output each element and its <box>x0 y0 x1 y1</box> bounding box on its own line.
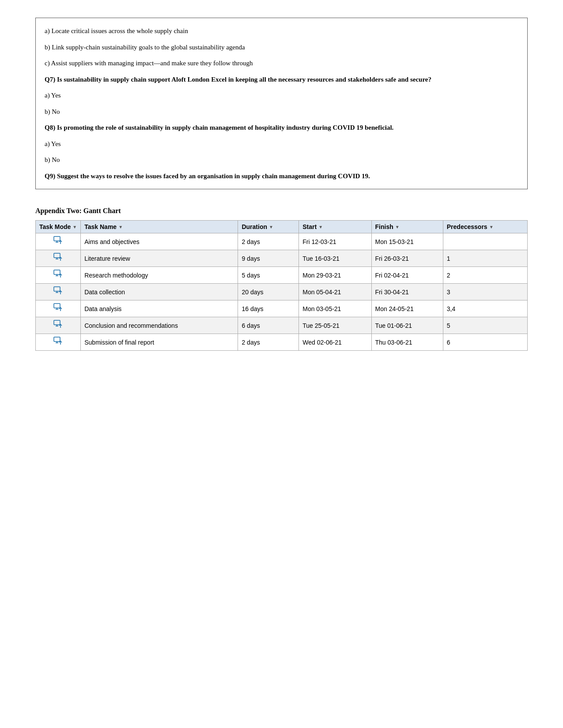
table-row: Literature review9 daysTue 16-03-21Fri 2… <box>36 250 528 267</box>
task-mode-icon <box>53 270 63 281</box>
col-duration[interactable]: Duration ▼ <box>238 221 299 233</box>
q8-option-b: b) No <box>45 155 518 165</box>
start-cell: Tue 25-05-21 <box>299 317 371 334</box>
finish-cell: Mon 15-03-21 <box>371 233 443 250</box>
finish-cell: Fri 02-04-21 <box>371 267 443 284</box>
start-cell: Wed 02-06-21 <box>299 334 371 351</box>
col-finish[interactable]: Finish ▼ <box>371 221 443 233</box>
task-mode-icon <box>53 286 63 297</box>
predecessors-cell <box>443 233 527 250</box>
predecessors-cell: 5 <box>443 317 527 334</box>
svg-rect-4 <box>54 253 60 258</box>
table-row: Data analysis16 daysMon 03-05-21Mon 24-0… <box>36 300 528 317</box>
q7-option-a: a) Yes <box>45 90 518 101</box>
task-name-cell: Aims and objectives <box>81 233 238 250</box>
start-cell: Mon 29-03-21 <box>299 267 371 284</box>
line-2: b) Link supply-chain sustainability goal… <box>45 42 518 53</box>
task-mode-cell <box>36 334 81 351</box>
table-row: Submission of final report2 daysWed 02-0… <box>36 334 528 351</box>
svg-rect-8 <box>54 270 60 274</box>
duration-cell: 9 days <box>238 250 299 267</box>
sort-arrow-start: ▼ <box>318 225 323 229</box>
sort-arrow-task-mode: ▼ <box>72 225 77 229</box>
question-8: Q8) Is promoting the role of sustainabil… <box>45 123 518 133</box>
q8-option-a: a) Yes <box>45 139 518 149</box>
task-name-cell: Literature review <box>81 250 238 267</box>
predecessors-cell: 1 <box>443 250 527 267</box>
task-name-cell: Data analysis <box>81 300 238 317</box>
task-name-cell: Data collection <box>81 284 238 300</box>
col-start[interactable]: Start ▼ <box>299 221 371 233</box>
q7-option-b: b) No <box>45 107 518 117</box>
start-cell: Tue 16-03-21 <box>299 250 371 267</box>
sort-arrow-predecessors: ▼ <box>489 225 494 229</box>
task-mode-cell <box>36 317 81 334</box>
task-mode-icon <box>53 303 63 314</box>
table-row: Aims and objectives2 daysFri 12-03-21Mon… <box>36 233 528 250</box>
col-task-name[interactable]: Task Name ▼ <box>81 221 238 233</box>
svg-rect-12 <box>54 287 60 291</box>
task-mode-cell <box>36 233 81 250</box>
duration-cell: 20 days <box>238 284 299 300</box>
predecessors-cell: 6 <box>443 334 527 351</box>
task-mode-cell <box>36 300 81 317</box>
duration-cell: 2 days <box>238 334 299 351</box>
gantt-table: Task Mode ▼ Task Name ▼ Duration ▼ Start <box>35 220 528 351</box>
task-mode-cell <box>36 284 81 300</box>
finish-cell: Mon 24-05-21 <box>371 300 443 317</box>
task-mode-icon <box>53 253 63 264</box>
question-9: Q9) Suggest the ways to resolve the issu… <box>45 171 518 181</box>
svg-rect-0 <box>54 236 60 241</box>
task-mode-icon <box>53 337 63 348</box>
sort-arrow-duration: ▼ <box>269 225 273 229</box>
sort-arrow-task-name: ▼ <box>118 225 123 229</box>
col-predecessors[interactable]: Predecessors ▼ <box>443 221 527 233</box>
table-row: Data collection20 daysMon 05-04-21Fri 30… <box>36 284 528 300</box>
finish-cell: Tue 01-06-21 <box>371 317 443 334</box>
svg-rect-16 <box>54 304 60 308</box>
table-row: Conclusion and recommendations6 daysTue … <box>36 317 528 334</box>
task-mode-cell <box>36 267 81 284</box>
question-7: Q7) Is sustainability in supply chain su… <box>45 75 518 85</box>
line-3: c) Assist suppliers with managing impact… <box>45 58 518 68</box>
finish-cell: Thu 03-06-21 <box>371 334 443 351</box>
task-mode-icon <box>53 236 63 247</box>
table-row: Research methodology5 daysMon 29-03-21Fr… <box>36 267 528 284</box>
predecessors-cell: 3 <box>443 284 527 300</box>
task-mode-icon <box>53 320 63 331</box>
duration-cell: 6 days <box>238 317 299 334</box>
sort-arrow-finish: ▼ <box>395 225 400 229</box>
duration-cell: 5 days <box>238 267 299 284</box>
start-cell: Mon 03-05-21 <box>299 300 371 317</box>
duration-cell: 2 days <box>238 233 299 250</box>
appendix-title: Appendix Two: Gantt Chart <box>35 207 528 215</box>
duration-cell: 16 days <box>238 300 299 317</box>
svg-rect-24 <box>54 337 60 341</box>
start-cell: Fri 12-03-21 <box>299 233 371 250</box>
start-cell: Mon 05-04-21 <box>299 284 371 300</box>
svg-rect-20 <box>54 320 60 325</box>
task-name-cell: Research methodology <box>81 267 238 284</box>
predecessors-cell: 3,4 <box>443 300 527 317</box>
task-name-cell: Submission of final report <box>81 334 238 351</box>
predecessors-cell: 2 <box>443 267 527 284</box>
col-task-mode[interactable]: Task Mode ▼ <box>36 221 81 233</box>
finish-cell: Fri 30-04-21 <box>371 284 443 300</box>
finish-cell: Fri 26-03-21 <box>371 250 443 267</box>
content-box: a) Locate critical issues across the who… <box>35 18 528 189</box>
task-name-cell: Conclusion and recommendations <box>81 317 238 334</box>
line-1: a) Locate critical issues across the who… <box>45 26 518 36</box>
task-mode-cell <box>36 250 81 267</box>
